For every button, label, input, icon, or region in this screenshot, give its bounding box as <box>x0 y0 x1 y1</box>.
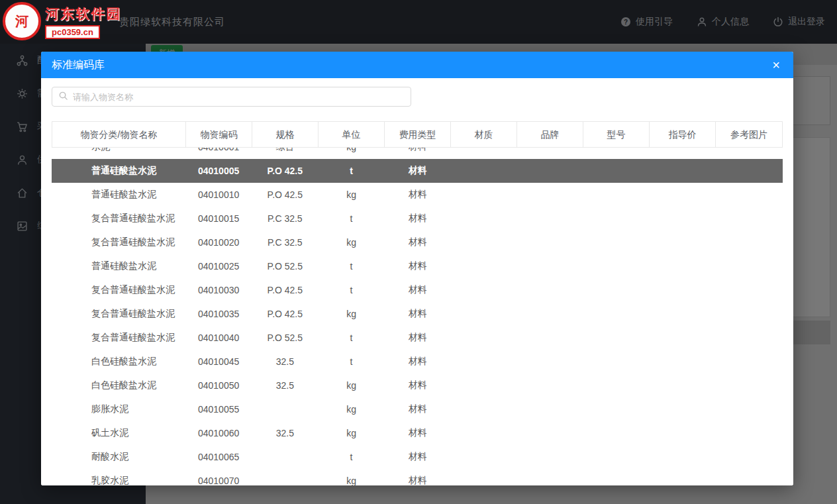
cell-name: 白色硅酸盐水泥 <box>52 356 185 368</box>
cell-unit: kg <box>318 189 384 200</box>
cell-spec: P.C 32.5 <box>252 237 318 248</box>
cell-code: 04010005 <box>185 166 252 176</box>
search-box <box>52 87 411 107</box>
cell-name: 耐酸水泥 <box>52 451 185 463</box>
table-row[interactable]: 普通硅酸盐水泥04010010P.O 42.5kg材料 <box>52 183 783 207</box>
cell-cost_type: 材料 <box>385 332 451 344</box>
table-row[interactable]: 复合普通硅酸盐水泥04010035P.O 42.5kg材料 <box>52 302 783 326</box>
cell-cost_type: 材料 <box>385 148 451 153</box>
cell-name: 复合普通硅酸盐水泥 <box>52 332 185 344</box>
cell-name: 矾土水泥 <box>52 427 185 439</box>
cell-code: 04010070 <box>185 476 252 485</box>
cell-spec: P.C 32.5 <box>252 213 318 224</box>
cell-code: 04010015 <box>185 213 252 224</box>
search-icon <box>58 91 68 103</box>
cell-spec: P.O 42.5 <box>252 166 318 176</box>
cell-cost_type: 材料 <box>385 165 451 177</box>
table-row[interactable]: 白色硅酸盐水泥0401004532.5t材料 <box>52 350 783 374</box>
column-header: 指导价 <box>650 122 716 147</box>
cell-unit: t <box>318 332 384 343</box>
column-header: 材质 <box>451 122 517 147</box>
table-row[interactable]: 矾土水泥0401006032.5kg材料 <box>52 421 783 445</box>
cell-unit: kg <box>318 428 384 438</box>
cell-unit: kg <box>318 237 384 248</box>
materials-table: 物资分类/物资名称物资编码规格单位费用类型材质品牌型号指导价参考图片 水泥040… <box>52 121 783 485</box>
cell-name: 普通硅酸盐水泥 <box>52 165 185 177</box>
cell-unit: t <box>318 356 384 367</box>
cell-spec: P.O 42.5 <box>252 189 318 200</box>
modal-title: 标准编码库 <box>52 58 105 72</box>
table-body: 水泥04010001综合kg材料普通硅酸盐水泥04010005P.O 42.5t… <box>52 148 783 485</box>
cell-cost_type: 材料 <box>385 427 451 439</box>
table-body-viewport[interactable]: 水泥04010001综合kg材料普通硅酸盐水泥04010005P.O 42.5t… <box>52 148 783 485</box>
cell-code: 04010050 <box>185 380 252 391</box>
cell-unit: kg <box>318 404 384 415</box>
column-header: 规格 <box>252 122 319 147</box>
cell-code: 04010065 <box>185 452 252 462</box>
cell-code: 04010020 <box>185 237 252 248</box>
cell-name: 膨胀水泥 <box>52 403 185 415</box>
cell-unit: t <box>318 285 384 295</box>
cell-spec: 32.5 <box>252 428 318 438</box>
cell-cost_type: 材料 <box>385 236 451 248</box>
standard-code-library-modal: 标准编码库 × 物资分类/物资名称物资编码规格单位费用类型材质品牌型号指导价参考… <box>41 52 793 485</box>
cell-cost_type: 材料 <box>385 403 451 415</box>
table-row[interactable]: 普通硅酸盐水泥04010025P.O 52.5t材料 <box>52 254 783 278</box>
cell-spec: 32.5 <box>252 380 318 391</box>
modal-header: 标准编码库 × <box>41 52 793 78</box>
modal-body: 物资分类/物资名称物资编码规格单位费用类型材质品牌型号指导价参考图片 水泥040… <box>41 87 793 485</box>
table-header-row: 物资分类/物资名称物资编码规格单位费用类型材质品牌型号指导价参考图片 <box>52 121 783 148</box>
table-row[interactable]: 水泥04010001综合kg材料 <box>52 148 783 159</box>
cell-unit: kg <box>318 476 384 485</box>
cell-name: 普通硅酸盐水泥 <box>52 189 185 201</box>
cell-code: 04010010 <box>185 189 252 200</box>
cell-name: 复合普通硅酸盐水泥 <box>52 236 185 248</box>
cell-name: 复合普通硅酸盐水泥 <box>52 284 185 296</box>
table-row[interactable]: 膨胀水泥04010055kg材料 <box>52 397 783 421</box>
cell-code: 04010040 <box>185 332 252 343</box>
table-row[interactable]: 普通硅酸盐水泥04010005P.O 42.5t材料 <box>52 159 783 183</box>
cell-name: 白色硅酸盐水泥 <box>52 379 185 391</box>
search-input[interactable] <box>73 92 405 102</box>
cell-unit: kg <box>318 380 384 391</box>
column-header: 型号 <box>583 122 650 147</box>
cell-code: 04010045 <box>185 356 252 367</box>
cell-unit: t <box>318 261 384 272</box>
column-header: 物资编码 <box>186 122 252 147</box>
cell-name: 普通硅酸盐水泥 <box>52 260 185 272</box>
cell-code: 04010035 <box>185 309 252 319</box>
cell-code: 04010055 <box>185 404 252 415</box>
table-row[interactable]: 复合普通硅酸盐水泥04010020P.C 32.5kg材料 <box>52 230 783 254</box>
cell-name: 水泥 <box>52 148 185 153</box>
cell-cost_type: 材料 <box>385 189 451 201</box>
table-row[interactable]: 乳胶水泥04010070kg材料 <box>52 469 783 485</box>
cell-unit: t <box>318 166 384 176</box>
table-row[interactable]: 复合普通硅酸盐水泥04010030P.O 42.5t材料 <box>52 278 783 302</box>
cell-cost_type: 材料 <box>385 284 451 296</box>
cell-code: 04010025 <box>185 261 252 272</box>
column-header: 单位 <box>319 122 385 147</box>
cell-unit: kg <box>318 148 384 152</box>
cell-name: 乳胶水泥 <box>52 475 185 485</box>
column-header: 参考图片 <box>716 122 782 147</box>
cell-spec: P.O 52.5 <box>252 332 318 343</box>
cell-unit: t <box>318 452 384 462</box>
cell-cost_type: 材料 <box>385 260 451 272</box>
column-header: 费用类型 <box>385 122 451 147</box>
cell-cost_type: 材料 <box>385 475 451 485</box>
cell-unit: kg <box>318 309 384 319</box>
table-row[interactable]: 复合普通硅酸盐水泥04010040P.O 52.5t材料 <box>52 326 783 350</box>
cell-code: 04010060 <box>185 428 252 438</box>
cell-spec: P.O 42.5 <box>252 309 318 319</box>
cell-cost_type: 材料 <box>385 379 451 391</box>
cell-name: 复合普通硅酸盐水泥 <box>52 308 185 320</box>
cell-spec: 综合 <box>252 148 318 153</box>
table-row[interactable]: 白色硅酸盐水泥0401005032.5kg材料 <box>52 374 783 397</box>
table-row[interactable]: 耐酸水泥04010065t材料 <box>52 445 783 469</box>
close-icon[interactable]: × <box>769 58 783 72</box>
cell-cost_type: 材料 <box>385 451 451 463</box>
column-header: 品牌 <box>517 122 583 147</box>
cell-spec: 32.5 <box>252 356 318 367</box>
cell-code: 04010030 <box>185 285 252 295</box>
table-row[interactable]: 复合普通硅酸盐水泥04010015P.C 32.5t材料 <box>52 207 783 230</box>
